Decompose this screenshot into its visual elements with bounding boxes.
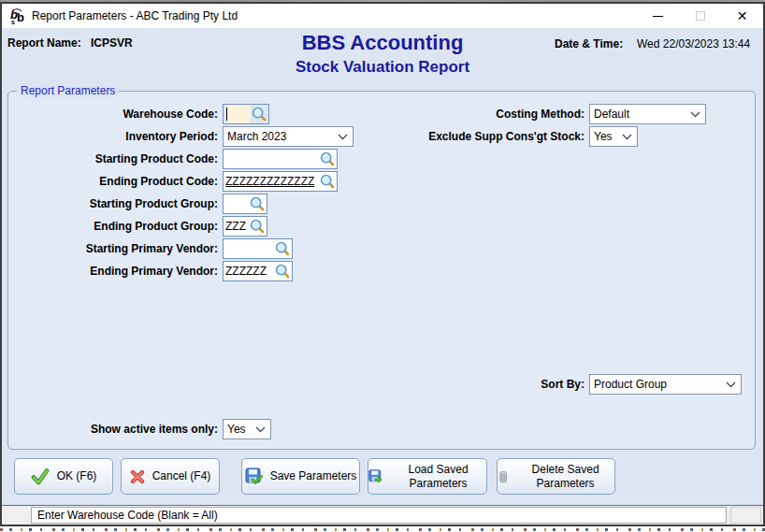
- load-saved-parameters-button-label: Load Saved Parameters: [390, 463, 486, 491]
- costing-method-label: Costing Method:: [374, 104, 585, 124]
- starting-product-group-field[interactable]: [223, 194, 267, 214]
- ending-product-group-input[interactable]: [224, 220, 249, 233]
- chevron-down-icon: [690, 111, 700, 118]
- inventory-period-select[interactable]: March 2023: [223, 126, 354, 147]
- inventory-period-label: Inventory Period:: [7, 126, 218, 147]
- starting-primary-vendor-label: Starting Primary Vendor:: [7, 238, 218, 259]
- groupbox-label: Report Parameters: [17, 84, 119, 97]
- status-message: Enter Warehouse Code (Blank = All): [32, 509, 218, 522]
- search-icon[interactable]: [319, 173, 336, 190]
- chevron-down-icon: [338, 134, 348, 140]
- show-active-items-only-value: Yes: [227, 423, 246, 436]
- svg-text:s: s: [11, 19, 15, 25]
- maximize-icon: [696, 11, 705, 21]
- status-message-box: Enter Warehouse Code (Blank = All): [31, 507, 727, 524]
- search-icon[interactable]: [274, 263, 291, 280]
- ending-primary-vendor-field[interactable]: [223, 261, 293, 281]
- trash-bin-icon: [498, 468, 509, 485]
- screenshot-root: b b s Report Parameters - ABC Trading Pt…: [0, 0, 765, 532]
- ending-primary-vendor-label: Ending Primary Vendor:: [7, 261, 218, 281]
- page-title: Stock Valuation Report: [0, 58, 765, 77]
- minimize-button[interactable]: [637, 4, 679, 28]
- load-disk-arrow-icon: [368, 467, 382, 485]
- minimize-icon: [653, 16, 663, 17]
- save-disk-check-icon: [245, 467, 263, 485]
- svg-text:b: b: [17, 10, 24, 24]
- maximize-button: [679, 4, 721, 28]
- ending-product-group-field[interactable]: [223, 216, 267, 237]
- warehouse-code-input[interactable]: [227, 105, 251, 123]
- costing-method-value: Default: [594, 108, 629, 121]
- exclude-supp-consgt-stock-select[interactable]: Yes: [589, 126, 638, 147]
- close-icon: ✕: [737, 9, 748, 22]
- delete-saved-parameters-button[interactable]: Delete Saved Parameters: [497, 458, 615, 495]
- save-parameters-button-label: Save Parameters: [270, 469, 357, 483]
- window-title: Report Parameters - ABC Trading Pty Ltd: [32, 9, 238, 22]
- cancel-button-label: Cancel (F4): [152, 469, 211, 483]
- ending-primary-vendor-input[interactable]: [224, 265, 274, 278]
- ending-product-code-label: Ending Product Code:: [7, 171, 218, 192]
- sort-by-value: Product Group: [594, 378, 667, 391]
- show-active-items-only-label: Show active items only:: [7, 419, 218, 439]
- delete-saved-parameters-button-label: Delete Saved Parameters: [516, 463, 614, 491]
- chevron-down-icon: [255, 426, 266, 433]
- search-icon[interactable]: [319, 151, 336, 167]
- starting-product-group-label: Starting Product Group:: [7, 194, 218, 214]
- load-saved-parameters-button[interactable]: Load Saved Parameters: [368, 458, 487, 495]
- inventory-period-value: March 2023: [227, 130, 286, 143]
- chevron-down-icon: [622, 134, 632, 140]
- sort-by-label: Sort By:: [374, 374, 585, 395]
- warehouse-code-label: Warehouse Code:: [7, 104, 218, 124]
- search-icon[interactable]: [274, 240, 291, 257]
- chevron-down-icon: [726, 381, 736, 388]
- exclude-supp-consgt-stock-value: Yes: [594, 130, 613, 143]
- show-active-items-only-select[interactable]: Yes: [223, 419, 271, 439]
- starting-product-code-field[interactable]: [223, 149, 338, 169]
- statusbar-grip: [730, 507, 761, 524]
- desktop-edge-bottom: [0, 526, 765, 532]
- bbs-logo-icon: b b s: [9, 7, 26, 24]
- save-parameters-button[interactable]: Save Parameters: [241, 458, 360, 495]
- sort-by-select[interactable]: Product Group: [589, 374, 742, 395]
- search-icon[interactable]: [249, 218, 266, 235]
- starting-product-code-label: Starting Product Code:: [7, 149, 218, 169]
- red-x-icon: [130, 469, 145, 484]
- starting-primary-vendor-field[interactable]: [223, 238, 293, 259]
- status-bar: Enter Warehouse Code (Blank = All): [2, 506, 763, 525]
- background-window-sliver: [0, 528, 765, 531]
- starting-product-group-input[interactable]: [224, 197, 249, 210]
- costing-method-select[interactable]: Default: [589, 104, 706, 124]
- window-border-bottom: [0, 525, 765, 526]
- ending-product-group-label: Ending Product Group:: [7, 216, 218, 237]
- warehouse-code-field[interactable]: [223, 104, 269, 124]
- ending-product-code-field[interactable]: [223, 171, 338, 192]
- datetime-label: Date & Time:: [555, 37, 623, 50]
- ok-button[interactable]: OK (F6): [14, 458, 113, 495]
- search-icon[interactable]: [251, 106, 267, 122]
- datetime-value: Wed 22/03/2023 13:44: [637, 37, 750, 50]
- cancel-button[interactable]: Cancel (F4): [121, 458, 220, 495]
- search-icon[interactable]: [249, 195, 266, 212]
- checkmark-icon: [31, 468, 50, 485]
- title-bar: b b s Report Parameters - ABC Trading Pt…: [2, 4, 763, 28]
- starting-product-code-input[interactable]: [224, 152, 319, 165]
- close-button[interactable]: ✕: [721, 4, 763, 28]
- ok-button-label: OK (F6): [57, 469, 97, 483]
- ending-product-code-input[interactable]: [224, 175, 319, 188]
- exclude-supp-consgt-stock-label: Exclude Supp Cons'gt Stock:: [374, 126, 585, 147]
- starting-primary-vendor-input[interactable]: [224, 242, 274, 255]
